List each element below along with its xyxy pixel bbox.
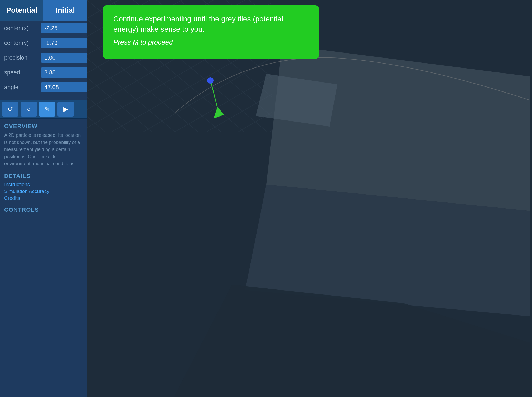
field-row-precision: precision [4, 53, 83, 63]
tab-initial[interactable]: Initial [43, 0, 87, 21]
controls-title: CONTROLS [4, 206, 83, 213]
field-row-angle: angle [4, 82, 83, 92]
tab-potential[interactable]: Potential [0, 0, 43, 21]
overview-title: OVERVIEW [4, 123, 83, 130]
field-label-angle: angle [4, 84, 41, 91]
notification-main-text: Continue experimenting until the grey ti… [113, 14, 308, 34]
field-row-speed: speed [4, 67, 83, 78]
press-hint: Press M to proceed [113, 37, 308, 47]
field-label-speed: speed [4, 69, 41, 76]
field-label-center-x: center (x) [4, 25, 41, 32]
play-btn[interactable]: ▶ [57, 102, 74, 117]
field-row-center-x: center (x) [4, 23, 83, 33]
details-title: DETAILS [4, 173, 83, 180]
notification-box: Continue experimenting until the grey ti… [103, 5, 319, 59]
link-simulation-accuracy[interactable]: Simulation Accuracy [4, 188, 83, 194]
field-label-precision: precision [4, 54, 41, 61]
link-instructions[interactable]: Instructions [4, 182, 83, 187]
overview-text: A 2D particle is released. Its location … [4, 132, 83, 167]
field-row-center-y: center (y) [4, 38, 83, 48]
field-label-center-y: center (y) [4, 40, 41, 46]
details-links: InstructionsSimulation AccuracyCredits [4, 182, 83, 201]
edit-btn[interactable]: ✎ [39, 102, 55, 117]
tab-header: Potential Initial [0, 0, 87, 21]
scene-canvas [87, 0, 532, 397]
svg-point-9 [207, 77, 214, 84]
link-credits[interactable]: Credits [4, 195, 83, 201]
fields-section: center (x)center (y)precisionspeedangle [0, 21, 87, 100]
main-area: Continue experimenting until the grey ti… [87, 0, 532, 397]
controls-bar: ↺○✎▶ [0, 100, 87, 119]
info-section: OVERVIEW A 2D particle is released. Its … [0, 119, 87, 397]
reset-btn[interactable]: ↺ [2, 102, 18, 117]
circle-btn[interactable]: ○ [21, 102, 37, 117]
left-panel: Potential Initial center (x)center (y)pr… [0, 0, 87, 397]
